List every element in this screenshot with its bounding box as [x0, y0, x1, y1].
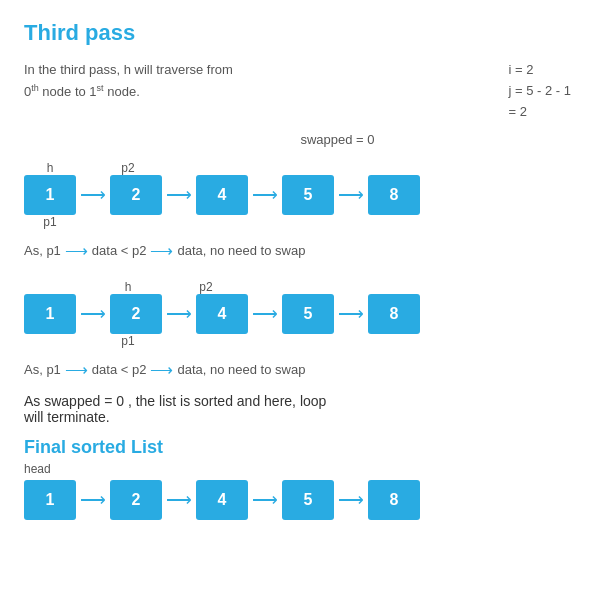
- d2-label-p2: p2: [180, 280, 232, 294]
- comparison-text-1: As, p1 ⟶ data < p2 ⟶ data, no need to sw…: [24, 241, 571, 260]
- label-p1-1: p1: [24, 215, 76, 229]
- final-title: Final sorted List: [24, 437, 571, 458]
- arrow-4: ⟶: [334, 184, 368, 206]
- final-list-row: 1 ⟶ 2 ⟶ 4 ⟶ 5 ⟶ 8: [24, 480, 571, 520]
- final-arrow-3: ⟶: [248, 489, 282, 511]
- index-info: i = 2 j = 5 - 2 - 1 = 2: [509, 60, 572, 122]
- node-2-4: 5: [282, 294, 334, 334]
- diagram1: h p2 1 ⟶ 2 ⟶ 4 ⟶ 5 ⟶ 8 p1: [24, 155, 571, 233]
- d2-label-h: h: [102, 280, 154, 294]
- node-1-3: 4: [196, 175, 248, 215]
- final-section: Final sorted List head 1 ⟶ 2 ⟶ 4 ⟶ 5 ⟶ 8: [24, 437, 571, 520]
- page-title: Third pass: [24, 20, 571, 46]
- arrow-2-1: ⟶: [76, 303, 110, 325]
- arrow-2: ⟶: [162, 184, 196, 206]
- final-node-5: 8: [368, 480, 420, 520]
- d2-label-p1: p1: [102, 334, 154, 348]
- list-row-2: 1 ⟶ 2 ⟶ 4 ⟶ 5 ⟶ 8: [24, 294, 571, 334]
- diagram2: h p2 1 ⟶ 2 ⟶ 4 ⟶ 5 ⟶ 8 p1: [24, 274, 571, 352]
- inline-arrow-3: ⟶: [65, 360, 88, 379]
- node-1-1: 1: [24, 175, 76, 215]
- final-node-1: 1: [24, 480, 76, 520]
- arrow-2-4: ⟶: [334, 303, 368, 325]
- head-label: head: [24, 462, 571, 476]
- final-note: As swapped = 0 , the list is sorted and …: [24, 393, 571, 425]
- arrow-1: ⟶: [76, 184, 110, 206]
- list-row-1: 1 ⟶ 2 ⟶ 4 ⟶ 5 ⟶ 8: [24, 175, 571, 215]
- swapped-label: swapped = 0: [104, 132, 571, 147]
- node-1-2: 2: [110, 175, 162, 215]
- final-arrow-1: ⟶: [76, 489, 110, 511]
- description-text: In the third pass, h will traverse from …: [24, 60, 233, 122]
- node-2-3: 4: [196, 294, 248, 334]
- node-1-5: 8: [368, 175, 420, 215]
- final-arrow-2: ⟶: [162, 489, 196, 511]
- inline-arrow-1: ⟶: [65, 241, 88, 260]
- arrow-2-3: ⟶: [248, 303, 282, 325]
- final-node-4: 5: [282, 480, 334, 520]
- inline-arrow-4: ⟶: [150, 360, 173, 379]
- node-1-4: 5: [282, 175, 334, 215]
- final-arrow-4: ⟶: [334, 489, 368, 511]
- label-p2-1: p2: [102, 161, 154, 175]
- node-2-1: 1: [24, 294, 76, 334]
- node-2-5: 8: [368, 294, 420, 334]
- comparison-text-2: As, p1 ⟶ data < p2 ⟶ data, no need to sw…: [24, 360, 571, 379]
- label-h-1: h: [24, 161, 76, 175]
- arrow-2-2: ⟶: [162, 303, 196, 325]
- arrow-3: ⟶: [248, 184, 282, 206]
- final-node-3: 4: [196, 480, 248, 520]
- inline-arrow-2: ⟶: [150, 241, 173, 260]
- final-node-2: 2: [110, 480, 162, 520]
- node-2-2: 2: [110, 294, 162, 334]
